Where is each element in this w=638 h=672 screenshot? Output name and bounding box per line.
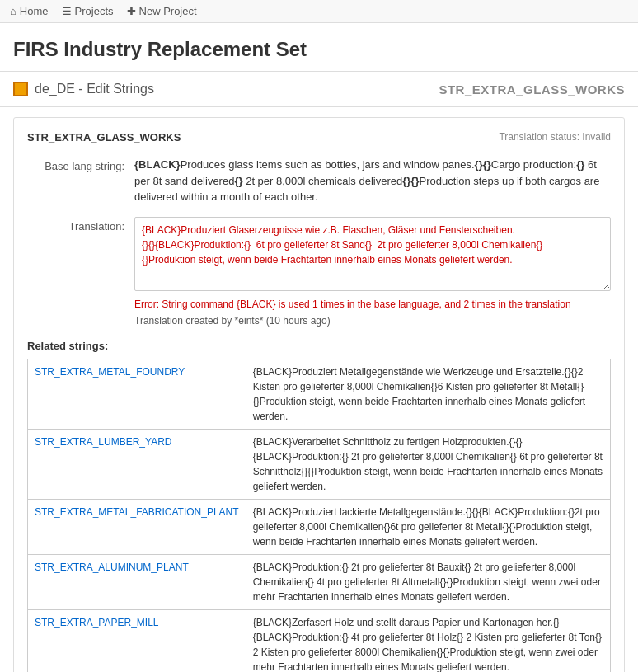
base-lang-row: Base lang string: {BLACK}Produces glass … bbox=[27, 157, 611, 205]
edit-label: de_DE - Edit Strings bbox=[35, 82, 154, 96]
table-row: STR_EXTRA_LUMBER_YARD {BLACK}Verarbeitet… bbox=[28, 429, 611, 499]
new-project-icon: ✚ bbox=[127, 5, 136, 17]
related-string-text: {BLACK}Verarbeitet Schnittholz zu fertig… bbox=[246, 429, 610, 499]
card: STR_EXTRA_GLASS_WORKS Translation status… bbox=[13, 117, 625, 672]
translation-row: Translation: {BLACK}Produziert Glaserzeu… bbox=[27, 217, 611, 327]
nav-new-project[interactable]: ✚ New Project bbox=[127, 5, 197, 17]
translation-textarea[interactable]: {BLACK}Produziert Glaserzeugnisse wie z.… bbox=[134, 217, 611, 291]
base-lang-text: {BLACK}Produces glass items such as bott… bbox=[134, 157, 611, 205]
related-string-text: {BLACK}Produziert Metallgegenstände wie … bbox=[246, 359, 610, 429]
card-string-id: STR_EXTRA_GLASS_WORKS bbox=[27, 131, 181, 143]
home-icon: ⌂ bbox=[10, 5, 16, 17]
related-string-id[interactable]: STR_EXTRA_ALUMINUM_PLANT bbox=[28, 554, 246, 609]
table-row: STR_EXTRA_METAL_FABRICATION_PLANT {BLACK… bbox=[28, 499, 611, 554]
navbar: ⌂ Home ☰ Projects ✚ New Project bbox=[0, 0, 638, 23]
page-title: FIRS Industry Replacement Set bbox=[0, 23, 638, 72]
base-lang-label: Base lang string: bbox=[27, 157, 134, 205]
table-row: STR_EXTRA_PAPER_MILL {BLACK}Zerfasert Ho… bbox=[28, 609, 611, 672]
related-string-id[interactable]: STR_EXTRA_METAL_FABRICATION_PLANT bbox=[28, 499, 246, 554]
main-content: STR_EXTRA_GLASS_WORKS Translation status… bbox=[0, 107, 638, 672]
edit-header-left: de_DE - Edit Strings bbox=[13, 82, 154, 96]
translation-label: Translation: bbox=[27, 217, 134, 327]
related-string-id[interactable]: STR_EXTRA_LUMBER_YARD bbox=[28, 429, 246, 499]
nav-new-project-label: New Project bbox=[139, 5, 197, 17]
related-string-text: {BLACK}Produziert lackierte Metallgegens… bbox=[246, 499, 610, 554]
translation-value: {BLACK}Produziert Glaserzeugnisse wie z.… bbox=[134, 217, 611, 327]
related-string-text: {BLACK}Zerfasert Holz und stellt daraus … bbox=[246, 609, 610, 672]
created-text: Translation created by *eints* (10 hours… bbox=[134, 315, 611, 327]
edit-header-string-id: STR_EXTRA_GLASS_WORKS bbox=[439, 82, 625, 96]
card-header: STR_EXTRA_GLASS_WORKS Translation status… bbox=[27, 131, 611, 143]
table-row: STR_EXTRA_ALUMINUM_PLANT {BLACK}Produkti… bbox=[28, 554, 611, 609]
nav-home-label: Home bbox=[20, 5, 49, 17]
related-string-id[interactable]: STR_EXTRA_METAL_FOUNDRY bbox=[28, 359, 246, 429]
related-table: STR_EXTRA_METAL_FOUNDRY {BLACK}Produzier… bbox=[27, 359, 611, 673]
error-text: Error: String command {BLACK} is used 1 … bbox=[134, 298, 611, 310]
related-string-id[interactable]: STR_EXTRA_PAPER_MILL bbox=[28, 609, 246, 672]
projects-icon: ☰ bbox=[62, 5, 72, 17]
translation-status: Translation status: Invalid bbox=[499, 131, 611, 143]
related-strings-header: Related strings: bbox=[27, 340, 611, 352]
nav-home[interactable]: ⌂ Home bbox=[10, 5, 49, 17]
edit-icon bbox=[13, 82, 28, 96]
nav-projects-label: Projects bbox=[75, 5, 114, 17]
edit-header: de_DE - Edit Strings STR_EXTRA_GLASS_WOR… bbox=[0, 72, 638, 107]
related-string-text: {BLACK}Produktion:{} 2t pro gelieferter … bbox=[246, 554, 610, 609]
nav-projects[interactable]: ☰ Projects bbox=[62, 5, 114, 17]
table-row: STR_EXTRA_METAL_FOUNDRY {BLACK}Produzier… bbox=[28, 359, 611, 429]
